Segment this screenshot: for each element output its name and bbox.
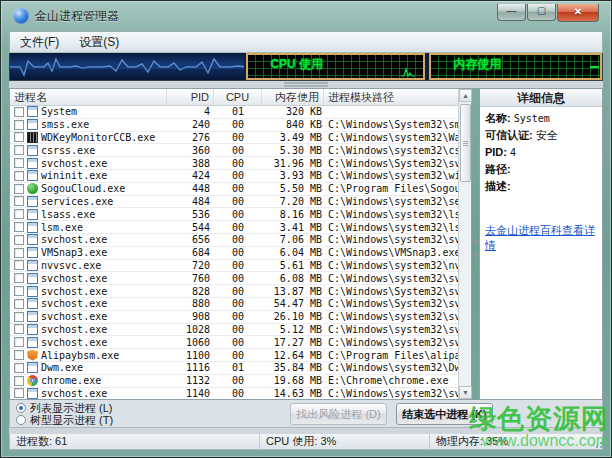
menu-settings[interactable]: 设置(S) bbox=[69, 32, 129, 53]
row-checkbox[interactable] bbox=[14, 388, 24, 398]
table-row[interactable]: nvvsvc.exe 720 00 5.61 MB C:\Windows\sys… bbox=[10, 260, 471, 273]
scrollbar-thumb[interactable] bbox=[460, 104, 471, 182]
find-risk-process-button[interactable]: 找出风险进程 (D) bbox=[290, 403, 387, 425]
table-row[interactable]: svchost.exe 388 00 31.96 MB C:\Windows\S… bbox=[10, 157, 471, 170]
radio-button-icon[interactable] bbox=[16, 415, 26, 425]
table-row[interactable]: svchost.exe 880 00 54.47 MB C:\Windows\S… bbox=[10, 298, 471, 311]
row-checkbox[interactable] bbox=[14, 324, 24, 334]
process-memory: 19.68 MB bbox=[262, 375, 324, 386]
memory-graph-trace bbox=[590, 66, 599, 68]
row-checkbox[interactable] bbox=[14, 222, 24, 232]
process-name: smss.exe bbox=[41, 119, 89, 130]
process-path: C:\Windows\system32\nvvsvc.exe bbox=[324, 260, 471, 271]
column-header-path[interactable]: 进程模块路径 bbox=[324, 89, 471, 105]
process-path: C:\Windows\system32\Dwm.exe bbox=[324, 362, 471, 373]
row-checkbox[interactable] bbox=[14, 260, 24, 270]
table-row[interactable]: smss.exe 240 00 840 KB C:\Windows\System… bbox=[10, 119, 471, 132]
statusbar: 进程数: 61 CPU 使用: 3% 物理内存: 35% bbox=[9, 434, 603, 450]
column-header-name[interactable]: 进程名 bbox=[10, 89, 167, 105]
process-encyclopedia-link[interactable]: 去金山进程百科查看详情 bbox=[485, 223, 597, 253]
table-row[interactable]: Dwm.exe 1116 01 35.84 MB C:\Windows\syst… bbox=[10, 362, 471, 375]
table-row[interactable]: svchost.exe 1028 00 5.12 MB C:\Windows\s… bbox=[10, 324, 471, 337]
table-row[interactable]: Alipaybsm.exe 1100 00 12.64 MB C:\Progra… bbox=[10, 349, 471, 362]
table-row[interactable]: wininit.exe 424 00 3.93 MB C:\Windows\sy… bbox=[10, 170, 471, 183]
process-name: VMSnap3.exe bbox=[41, 247, 107, 258]
row-checkbox[interactable] bbox=[14, 299, 24, 309]
close-button[interactable]: ✕ bbox=[557, 4, 599, 22]
row-checkbox[interactable] bbox=[14, 350, 24, 360]
detail-path: 路径: bbox=[485, 163, 597, 176]
table-row[interactable]: svchost.exe 760 00 6.08 MB C:\Windows\sy… bbox=[10, 272, 471, 285]
controls-bar: 列表显示进程 (L) 树型显示进程 (T) 找出风险进程 (D) 结束选中进程 … bbox=[9, 400, 603, 428]
process-cpu: 00 bbox=[214, 311, 262, 322]
row-checkbox[interactable] bbox=[14, 363, 24, 373]
table-row[interactable]: System 4 01 320 KB bbox=[10, 106, 471, 119]
row-checkbox[interactable] bbox=[14, 337, 24, 347]
process-pid: 388 bbox=[167, 158, 214, 169]
process-icon bbox=[27, 106, 38, 117]
process-table: 进程名 PID CPU 内存使用 进程模块路径 System 4 01 320 … bbox=[9, 88, 472, 400]
row-checkbox[interactable] bbox=[14, 120, 24, 130]
scroll-up-arrow-icon[interactable]: ▲ bbox=[459, 89, 472, 102]
titlebar: 金山进程管理器 — ▢ ✕ bbox=[9, 1, 603, 31]
row-checkbox[interactable] bbox=[14, 312, 24, 322]
row-checkbox[interactable] bbox=[14, 248, 24, 258]
table-row[interactable]: WDKeyMonitorCCB.exe 276 00 3.49 MB C:\Wi… bbox=[10, 132, 471, 145]
row-checkbox[interactable] bbox=[14, 107, 24, 117]
cpu-graph-label: CPU 使用 bbox=[270, 56, 323, 73]
row-checkbox[interactable] bbox=[14, 286, 24, 296]
process-path: C:\Windows\system32\svchost.exe bbox=[324, 324, 471, 335]
row-checkbox[interactable] bbox=[14, 273, 24, 283]
process-path: C:\Windows\system32\wininit.exe bbox=[324, 170, 471, 181]
process-cpu: 00 bbox=[214, 132, 262, 143]
status-cpu-usage: CPU 使用: 3% bbox=[260, 434, 430, 449]
row-checkbox[interactable] bbox=[14, 145, 24, 155]
table-row[interactable]: csrss.exe 360 00 5.30 MB C:\Windows\syst… bbox=[10, 144, 471, 157]
process-icon bbox=[27, 183, 38, 194]
banner-splitter[interactable] bbox=[9, 81, 603, 88]
table-row[interactable]: services.exe 484 00 7.20 MB C:\Windows\s… bbox=[10, 196, 471, 209]
table-row[interactable]: lsm.exe 544 00 3.41 MB C:\Windows\system… bbox=[10, 221, 471, 234]
table-row[interactable]: VMSnap3.exe 684 00 6.04 MB C:\Windows\VM… bbox=[10, 247, 471, 260]
table-row[interactable]: SogouCloud.exe 448 00 5.50 MB C:\Program… bbox=[10, 183, 471, 196]
process-memory: 31.96 MB bbox=[262, 158, 324, 169]
column-header-cpu[interactable]: CPU bbox=[214, 89, 262, 105]
row-checkbox[interactable] bbox=[14, 235, 24, 245]
row-checkbox[interactable] bbox=[14, 184, 24, 194]
table-row[interactable]: svchost.exe 1060 00 17.27 MB C:\Windows\… bbox=[10, 336, 471, 349]
process-pid: 656 bbox=[167, 234, 214, 245]
process-pid: 360 bbox=[167, 145, 214, 156]
process-cpu: 00 bbox=[214, 247, 262, 258]
column-header-pid[interactable]: PID bbox=[167, 89, 214, 105]
process-path: C:\Program Files\alipay\Safe... bbox=[324, 350, 471, 361]
minimize-button[interactable]: — bbox=[497, 4, 526, 21]
process-memory: 3.49 MB bbox=[262, 132, 324, 143]
table-row[interactable]: lsass.exe 536 00 8.16 MB C:\Windows\syst… bbox=[10, 208, 471, 221]
process-cpu: 01 bbox=[214, 362, 262, 373]
table-row[interactable]: svchost.exe 656 00 7.06 MB C:\Windows\sy… bbox=[10, 234, 471, 247]
radio-button-icon[interactable] bbox=[16, 403, 26, 413]
process-icon bbox=[27, 337, 38, 348]
panel-splitter[interactable] bbox=[472, 88, 479, 400]
table-row[interactable]: svchost.exe 828 00 13.87 MB C:\Windows\S… bbox=[10, 285, 471, 298]
process-name: svchost.exe bbox=[41, 388, 107, 399]
table-row[interactable]: chrome.exe 1132 00 19.68 MB E:\Chrome\ch… bbox=[10, 375, 471, 388]
row-checkbox[interactable] bbox=[14, 132, 24, 142]
table-scrollbar[interactable]: ▲ ▼ bbox=[458, 89, 471, 399]
process-cpu: 00 bbox=[214, 145, 262, 156]
row-checkbox[interactable] bbox=[14, 171, 24, 181]
table-row[interactable]: svchost.exe 1140 00 14.63 MB C:\Windows\… bbox=[10, 388, 471, 399]
scroll-down-arrow-icon[interactable]: ▼ bbox=[459, 386, 472, 399]
maximize-button[interactable]: ▢ bbox=[527, 4, 556, 21]
table-row[interactable]: svchost.exe 908 00 26.10 MB C:\Windows\s… bbox=[10, 311, 471, 324]
end-selected-process-button[interactable]: 结束选中进程 (K) bbox=[396, 403, 493, 425]
row-checkbox[interactable] bbox=[14, 376, 24, 386]
process-memory: 7.20 MB bbox=[262, 196, 324, 207]
process-cpu: 00 bbox=[214, 209, 262, 220]
row-checkbox[interactable] bbox=[14, 158, 24, 168]
resize-grip[interactable] bbox=[593, 439, 602, 448]
menu-file[interactable]: 文件(F) bbox=[10, 32, 69, 53]
row-checkbox[interactable] bbox=[14, 209, 24, 219]
row-checkbox[interactable] bbox=[14, 196, 24, 206]
column-header-memory[interactable]: 内存使用 bbox=[262, 89, 324, 105]
